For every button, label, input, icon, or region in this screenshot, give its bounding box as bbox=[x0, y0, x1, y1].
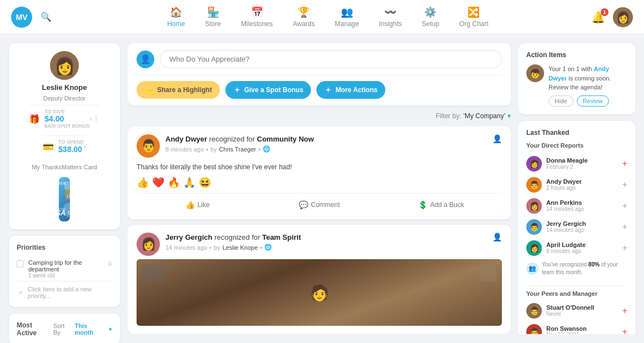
feed-sub-2: 14 minutes ago • by Leslie Knope • 🌐 bbox=[165, 244, 487, 251]
nav-org-chart[interactable]: 🔀 Org Chart bbox=[449, 3, 499, 31]
action-buttons: ⭐ Share a Highlight ＋ Give a Spot Bonus … bbox=[137, 75, 502, 99]
visa-logo: VISA bbox=[59, 209, 66, 217]
action-text: Your 1 on 1 with Andy Dwyer is coming so… bbox=[549, 64, 627, 92]
nav-right: 🔔 1 👩 bbox=[591, 7, 633, 27]
card-icon: 💳 bbox=[43, 142, 54, 152]
sort-by[interactable]: Sort By This month ▾ bbox=[53, 322, 112, 336]
card-label: My ThanksMatters Card bbox=[32, 164, 97, 170]
last-thanked-title: Last Thanked bbox=[526, 129, 627, 137]
reaction-laugh[interactable]: 😆 bbox=[199, 176, 211, 189]
buck-icon: 💲 bbox=[418, 200, 427, 209]
insights-icon: 〰️ bbox=[384, 6, 396, 18]
right-panel: Action Items 👦 Your 1 on 1 with Andy Dwy… bbox=[519, 43, 635, 334]
add-priority-button[interactable]: ＋ Click here to add a new priority... bbox=[17, 281, 112, 299]
most-active-card: Most Active Sort By This month ▾ bbox=[9, 314, 120, 343]
nav-awards[interactable]: 🏆 Awards bbox=[283, 3, 325, 31]
add-person-icon-2[interactable]: 👤 bbox=[492, 233, 502, 241]
peer-avatar-stuart: 👨 bbox=[526, 303, 542, 319]
peer-avatar-ron: 👨 bbox=[526, 324, 542, 335]
thank-plus-april[interactable]: + bbox=[622, 243, 627, 253]
hide-button[interactable]: Hide bbox=[549, 95, 573, 107]
last-thanked-card: Last Thanked Your Direct Reports 👩 Donna… bbox=[519, 121, 635, 335]
report-avatar-andy: 👨 bbox=[526, 177, 542, 193]
profile-name: Leslie Knope bbox=[42, 83, 87, 92]
notification-bell[interactable]: 🔔 1 bbox=[591, 11, 605, 24]
reaction-thumbs[interactable]: 👍 bbox=[137, 176, 149, 189]
priority-handle[interactable]: ≡ bbox=[108, 259, 112, 268]
comment-button-1[interactable]: 💬 Comment bbox=[258, 198, 380, 211]
action-avatar: 👦 bbox=[526, 64, 544, 82]
feed-card-2: 👩 Jerry Gergich recognized for Team Spir… bbox=[128, 225, 511, 334]
more-plus-icon: ＋ bbox=[324, 85, 332, 95]
search-icon[interactable]: 🔍 bbox=[39, 10, 53, 24]
notification-badge: 1 bbox=[601, 8, 608, 16]
milestones-icon: 📅 bbox=[251, 6, 263, 18]
nav-home[interactable]: 🏠 Home bbox=[157, 3, 195, 31]
setup-icon: ⚙️ bbox=[424, 6, 436, 18]
add-buck-button-1[interactable]: 💲 Add a Buck bbox=[380, 198, 502, 211]
plus-icon: ＋ bbox=[233, 85, 241, 95]
visa-card[interactable]: #thanksmatters 📶 Show Details Commercial… bbox=[59, 177, 70, 221]
give-spot-bonus-button[interactable]: ＋ Give a Spot Bonus bbox=[225, 81, 311, 99]
appreciate-input[interactable] bbox=[160, 50, 502, 68]
profile-title: Deputy Director bbox=[43, 95, 85, 102]
globe-icon: 🌐 bbox=[263, 145, 270, 153]
feed-card-1: 👨 Andy Dwyer recognized for Community No… bbox=[128, 127, 511, 219]
user-avatar[interactable]: 👩 bbox=[613, 7, 633, 27]
nav-manage[interactable]: 👥 Manage bbox=[325, 3, 369, 31]
team-rec-icon: 👥 bbox=[526, 263, 539, 275]
report-row-ann: 👩 Ann Perkins 14 minutes ago + bbox=[526, 195, 627, 216]
more-actions-button[interactable]: ＋ More Actions bbox=[316, 81, 385, 99]
to-spend-row[interactable]: 💳 TO SPEND $38.00 › bbox=[43, 135, 86, 157]
to-give-row[interactable]: 🎁 TO GIVE $4.00 $400 SPOT BONUS › ⋮ bbox=[29, 105, 99, 132]
reaction-fire[interactable]: 🔥 bbox=[168, 176, 180, 189]
team-recognition: 👥 You've recognized 80% of your team thi… bbox=[526, 259, 627, 281]
action-items-card: Action Items 👦 Your 1 on 1 with Andy Dwy… bbox=[519, 43, 635, 114]
priority-item: Camping trip for the department 1 week o… bbox=[17, 257, 112, 281]
direct-reports-title: Your Direct Reports bbox=[526, 142, 627, 149]
thank-plus-stuart[interactable]: + bbox=[622, 306, 627, 316]
left-panel: 👩 Leslie Knope Deputy Director 🎁 TO GIVE… bbox=[9, 43, 120, 334]
like-icon: 👍 bbox=[185, 200, 195, 209]
profile-card: 👩 Leslie Knope Deputy Director 🎁 TO GIVE… bbox=[9, 43, 120, 229]
comment-icon: 💬 bbox=[299, 200, 308, 209]
reaction-pray[interactable]: 🙏 bbox=[183, 176, 195, 189]
share-highlight-button[interactable]: ⭐ Share a Highlight bbox=[137, 81, 220, 99]
home-icon: 🏠 bbox=[170, 6, 182, 18]
nav-setup[interactable]: ⚙️ Setup bbox=[412, 3, 449, 31]
priority-age: 1 week old bbox=[28, 273, 103, 279]
priority-checkbox[interactable] bbox=[17, 260, 24, 268]
nav-milestones[interactable]: 📅 Milestones bbox=[231, 3, 283, 31]
feed-actions-1: 👍 Like 💬 Comment 💲 Add a Buck bbox=[137, 193, 502, 211]
review-button[interactable]: Review bbox=[577, 95, 609, 107]
awards-icon: 🏆 bbox=[298, 6, 310, 18]
thank-plus-jerry[interactable]: + bbox=[622, 222, 627, 232]
feed-title-2: Jerry Gergich recognized for Team Spirit bbox=[165, 233, 487, 243]
feed-sub-1: 8 minutes ago • by Chris Traeger • 🌐 bbox=[165, 145, 487, 153]
add-person-icon-1[interactable]: 👤 bbox=[492, 134, 502, 143]
nav-insights[interactable]: 〰️ Insights bbox=[369, 3, 411, 31]
reaction-heart[interactable]: ❤️ bbox=[152, 176, 164, 189]
report-row-jerry: 👨 Jerry Gergich 14 minutes ago + bbox=[526, 216, 627, 238]
thank-plus-andy[interactable]: + bbox=[622, 180, 627, 190]
priorities-title: Priorities bbox=[17, 244, 112, 251]
filter-chevron[interactable]: ▾ bbox=[507, 112, 511, 120]
sort-chevron: ▾ bbox=[109, 326, 112, 333]
thank-plus-ron[interactable]: + bbox=[622, 327, 627, 335]
feed-avatar-1: 👨 bbox=[137, 134, 160, 158]
add-priority-icon: ＋ bbox=[17, 287, 24, 297]
to-spend-chevron[interactable]: › bbox=[84, 143, 86, 150]
nav-store[interactable]: 🏪 Store bbox=[195, 3, 231, 31]
manage-icon: 👥 bbox=[341, 6, 353, 18]
thank-plus-donna[interactable]: + bbox=[622, 159, 627, 169]
store-icon: 🏪 bbox=[207, 6, 219, 18]
globe-icon-2: 🌐 bbox=[264, 244, 272, 251]
to-give-dots[interactable]: ⋮ bbox=[92, 114, 100, 123]
like-button-1[interactable]: 👍 Like bbox=[137, 198, 258, 211]
nav-links: 🏠 Home 🏪 Store 📅 Milestones 🏆 Awards 👥 M… bbox=[64, 3, 591, 31]
feed-content-1: Thanks for literally the best shoe shine… bbox=[137, 162, 502, 172]
feed-image-2: 🧑 bbox=[137, 259, 502, 326]
app-logo[interactable]: MV bbox=[11, 7, 32, 28]
thank-plus-ann[interactable]: + bbox=[622, 201, 627, 211]
appreciate-avatar: 👤 bbox=[137, 51, 154, 68]
